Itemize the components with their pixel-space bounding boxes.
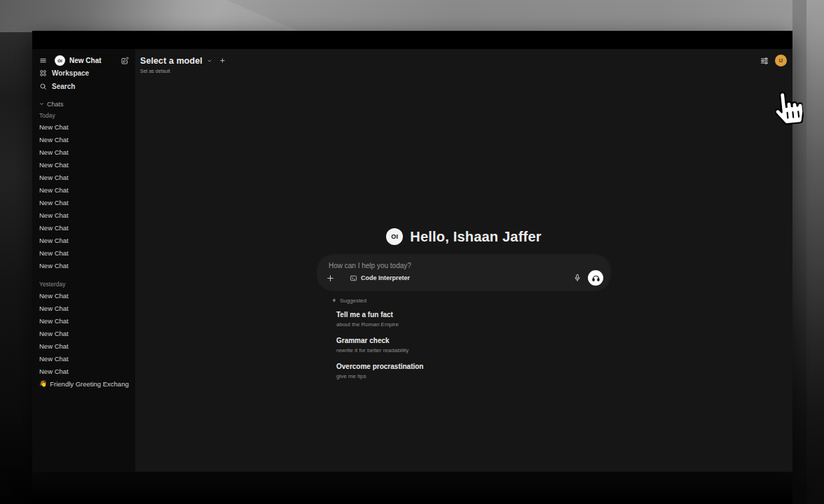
desktop-background-right (792, 0, 824, 504)
suggested-label: Suggested (340, 298, 366, 304)
sidebar-chat-item[interactable]: New Chat (39, 133, 129, 146)
chat-sections: TodayNew ChatNew ChatNew ChatNew ChatNew… (39, 108, 129, 377)
workspace-label: Workspace (52, 69, 89, 77)
sidebar-chat-item[interactable]: New Chat (39, 246, 129, 259)
welcome-panel: OI Hello, Ishaan Jaffer Code Inter (317, 228, 610, 379)
code-interpreter-label: Code Interpreter (361, 274, 410, 281)
sidebar-chat-item[interactable]: New Chat (39, 234, 129, 246)
main-area: Select a model Set as default IJ (135, 49, 792, 472)
sidebar-chat-item[interactable]: New Chat (39, 120, 129, 133)
desktop-background-left (0, 32, 32, 504)
add-model-icon[interactable] (219, 57, 226, 64)
chat-section-label: Yesterday (39, 278, 129, 288)
suggested-section: Suggested Tell me a fun factabout the Ro… (317, 297, 610, 379)
pinned-chat-title: Friendly Greeting Exchange (50, 380, 129, 388)
app-logo: OI (386, 228, 403, 245)
chat-list: TodayNew ChatNew ChatNew ChatNew ChatNew… (39, 108, 129, 472)
app-window: OI New Chat Workspace Search (32, 31, 792, 472)
sidebar-chat-item[interactable]: New Chat (39, 340, 129, 352)
suggestion-item[interactable]: Grammar checkrewrite it for better reada… (336, 337, 610, 354)
controls-sliders-icon[interactable] (760, 56, 769, 66)
search-label: Search (52, 83, 75, 90)
suggestion-title: Overcome procrastination (336, 363, 610, 371)
sidebar-chat-item[interactable]: New Chat (39, 146, 129, 158)
greeting: OI Hello, Ishaan Jaffer (386, 228, 541, 245)
suggested-header: Suggested (331, 297, 610, 304)
sidebar-chat-item[interactable]: New Chat (39, 365, 129, 377)
main-header: Select a model Set as default IJ (140, 55, 787, 74)
sidebar-chat-item[interactable]: New Chat (39, 259, 129, 272)
suggestion-subtitle: about the Roman Empire (336, 321, 610, 328)
sidebar-chat-item[interactable]: New Chat (39, 221, 129, 234)
search-icon (39, 83, 47, 90)
terminal-icon (350, 274, 357, 282)
sidebar-chat-item[interactable]: New Chat (39, 352, 129, 365)
sidebar-chat-item[interactable]: New Chat (39, 183, 129, 196)
sidebar-toggle-icon[interactable] (39, 57, 47, 64)
chevron-down-icon (39, 102, 44, 106)
sidebar-chat-item[interactable]: New Chat (39, 171, 129, 183)
model-selector-label: Select a model (140, 56, 202, 66)
bolt-icon (331, 298, 337, 303)
attach-plus-icon[interactable] (326, 274, 335, 283)
sidebar-chat-item[interactable]: New Chat (39, 302, 129, 314)
model-selector[interactable]: Select a model (140, 55, 226, 66)
chevron-down-icon (207, 58, 212, 64)
sidebar-chat-item-pinned[interactable]: 👋 Friendly Greeting Exchange (39, 377, 129, 390)
microphone-icon[interactable] (573, 274, 582, 282)
sidebar-item-workspace[interactable]: Workspace (39, 66, 129, 80)
wave-emoji-icon: 👋 (39, 380, 47, 387)
greeting-text: Hello, Ishaan Jaffer (410, 229, 541, 245)
message-composer[interactable]: Code Interpreter (317, 255, 610, 290)
chats-label: Chats (47, 101, 64, 108)
desktop-background-top (0, 0, 824, 32)
suggestion-title: Tell me a fun fact (336, 311, 610, 319)
sidebar-chat-item[interactable]: New Chat (39, 196, 129, 209)
sidebar-item-search[interactable]: Search (39, 80, 129, 93)
suggestion-item[interactable]: Tell me a fun factabout the Roman Empire (336, 311, 610, 328)
sidebar-chat-item[interactable]: New Chat (39, 209, 129, 221)
sidebar-title: New Chat (69, 57, 102, 64)
desktop-background-bottom (32, 472, 792, 504)
sidebar: OI New Chat Workspace Search (32, 49, 135, 472)
workspace-grid-icon (39, 69, 47, 77)
sidebar-chat-item[interactable]: New Chat (39, 289, 129, 302)
set-default-link[interactable]: Set as default (140, 69, 226, 74)
suggestion-subtitle: rewrite it for better readability (336, 347, 610, 354)
app-logo: OI (55, 55, 65, 66)
suggestions-list: Tell me a fun factabout the Roman Empire… (336, 311, 610, 379)
chat-section-label: Today (39, 109, 129, 119)
sidebar-chat-item[interactable]: New Chat (39, 327, 129, 340)
suggestion-subtitle: give me tips (336, 373, 610, 379)
code-interpreter-toggle[interactable]: Code Interpreter (350, 274, 410, 282)
voice-call-button[interactable] (588, 270, 603, 286)
new-chat-icon[interactable] (121, 57, 129, 65)
user-avatar[interactable]: IJ (775, 55, 787, 66)
sidebar-chat-item[interactable]: New Chat (39, 314, 129, 327)
window-topbar (32, 31, 792, 49)
chats-section-toggle[interactable]: Chats (39, 99, 129, 108)
suggestion-item[interactable]: Overcome procrastinationgive me tips (336, 363, 610, 379)
sidebar-chat-item[interactable]: New Chat (39, 158, 129, 171)
suggestion-title: Grammar check (336, 337, 610, 345)
